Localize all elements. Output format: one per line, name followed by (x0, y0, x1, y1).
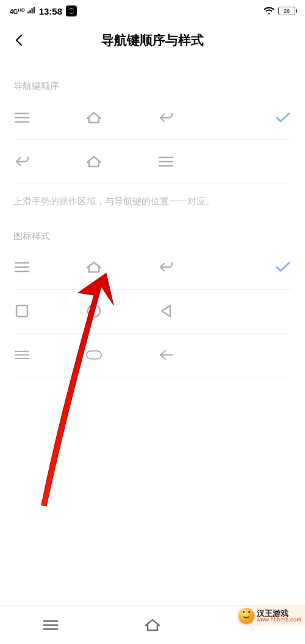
circle-icon (85, 302, 102, 320)
style-option-3[interactable] (13, 334, 292, 377)
home-icon (85, 109, 102, 126)
back-icon (157, 109, 174, 126)
nav-home-button[interactable] (144, 617, 161, 634)
nav-menu-button[interactable] (42, 617, 59, 634)
menu-icon (157, 153, 174, 170)
svg-point-1 (88, 305, 100, 317)
page-header: 导航键顺序与样式 (0, 22, 305, 59)
chevron-left-icon (13, 34, 26, 47)
square-icon (13, 302, 30, 320)
arrow-left-icon (157, 346, 174, 363)
network-indicator: 4GHD (10, 7, 35, 15)
watermark-logo-icon (239, 608, 254, 624)
menu-thin-icon (13, 346, 30, 363)
section-label-order: 导航键顺序 (13, 80, 292, 92)
check-icon (275, 261, 291, 273)
style-option-1[interactable] (13, 246, 292, 290)
back-icon (157, 259, 174, 276)
order-option-2[interactable] (13, 140, 292, 184)
menu-icon (13, 109, 30, 126)
watermark: 汉王游戏 www.hbherb.com (236, 606, 305, 626)
style-option-2[interactable] (13, 290, 292, 334)
svg-rect-2 (87, 351, 101, 359)
back-button[interactable] (9, 29, 30, 51)
menu-icon (13, 259, 30, 276)
home-icon (85, 259, 102, 276)
back-icon (13, 153, 30, 170)
status-bar: 4GHD 13:58 26 (0, 0, 305, 22)
battery-icon: 26 (278, 7, 295, 15)
pill-icon (85, 346, 102, 363)
watermark-url: www.hbherb.com (257, 617, 301, 623)
status-time: 13:58 (39, 6, 62, 16)
section-note: 上滑手势的操作区域，与导航键的位置一一对应。 (13, 195, 292, 209)
battery-percent: 26 (284, 8, 290, 14)
home-icon (85, 153, 102, 170)
svg-rect-0 (16, 306, 27, 317)
page-title: 导航键顺序与样式 (101, 32, 204, 49)
section-label-style: 图标样式 (13, 231, 292, 242)
triangle-left-icon (157, 302, 174, 320)
wifi-icon (264, 7, 274, 15)
order-option-1[interactable] (13, 96, 292, 140)
check-icon (275, 112, 291, 124)
app-indicator-icon (66, 5, 77, 16)
